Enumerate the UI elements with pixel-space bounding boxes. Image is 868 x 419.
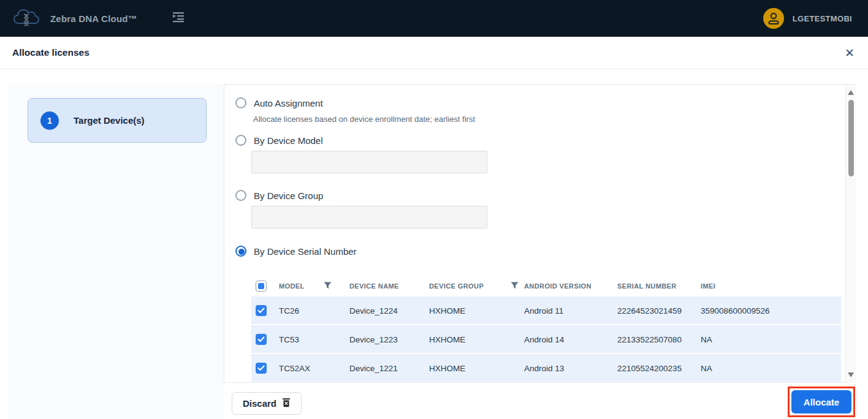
user-avatar[interactable]: [763, 8, 784, 29]
row-checkbox[interactable]: [256, 334, 267, 345]
dialog-title: Allocate licenses: [12, 47, 89, 58]
check-icon: [257, 365, 265, 371]
table-row[interactable]: TC53 Device_1223 HXHOME Android 14 22133…: [251, 325, 841, 353]
cell-device-name: Device_1224: [349, 306, 398, 315]
cell-model: TC53: [279, 334, 299, 344]
cell-device-name: Device_1221: [349, 363, 398, 372]
radio-auto-assignment[interactable]: [235, 97, 246, 108]
option-label-by-device-serial-number: By Device Serial Number: [254, 246, 357, 257]
device-group-input[interactable]: [251, 206, 487, 228]
scroll-up-arrow-icon[interactable]: [848, 90, 854, 95]
discard-button-label: Discard: [243, 398, 276, 409]
step-number-badge: 1: [40, 111, 59, 130]
cell-imei: NA: [701, 363, 712, 372]
close-icon[interactable]: ✕: [845, 47, 855, 59]
steps-panel: 1 Target Device(s): [8, 84, 224, 419]
step-target-devices[interactable]: 1 Target Device(s): [28, 98, 207, 143]
cell-serial-number: 22133522507080: [617, 334, 682, 344]
cell-device-name: Device_1223: [349, 334, 398, 344]
radio-by-device-serial-number[interactable]: [235, 246, 246, 257]
option-label-by-device-model: By Device Model: [254, 135, 323, 146]
discard-button[interactable]: Discard: [232, 392, 302, 415]
column-header-model[interactable]: MODEL: [279, 282, 305, 290]
row-checkbox[interactable]: [256, 305, 267, 316]
user-icon: [766, 10, 782, 26]
column-header-device-name[interactable]: DEVICE NAME: [349, 282, 399, 290]
device-model-input[interactable]: [251, 151, 487, 173]
scrollbar-thumb[interactable]: [848, 100, 854, 176]
cell-device-group: HXHOME: [429, 334, 465, 344]
cell-model: TC52AX: [279, 363, 310, 372]
allocate-highlight-outline: Allocate: [788, 387, 855, 417]
option-label-by-device-group: By Device Group: [254, 191, 323, 201]
filter-icon[interactable]: [324, 281, 332, 292]
filter-icon[interactable]: [511, 281, 519, 292]
column-header-serial-number[interactable]: SERIAL NUMBER: [617, 282, 677, 290]
column-header-android-version[interactable]: ANDROID VERSION: [524, 282, 592, 290]
dialog-header: Allocate licenses ✕: [0, 37, 868, 69]
allocate-button[interactable]: Allocate: [791, 390, 851, 413]
option-label-auto-assignment: Auto Assignment: [254, 98, 323, 108]
cell-device-group: HXHOME: [429, 363, 465, 372]
cell-android-version: Android 13: [524, 363, 564, 372]
cell-android-version: Android 11: [524, 306, 563, 315]
cloud-dna-logo-icon: [12, 6, 40, 31]
vertical-scrollbar[interactable]: [845, 85, 856, 383]
auto-assignment-description: Allocate licenses based on device enroll…: [253, 115, 475, 124]
app-header: Zebra DNA Cloud™ LGETESTMOBI: [0, 0, 868, 37]
radio-by-device-model[interactable]: [235, 135, 246, 146]
username-label: LGETESTMOBI: [793, 14, 852, 23]
table-row[interactable]: TC52AX Device_1221 HXHOME Android 13 221…: [251, 354, 841, 382]
select-all-checkbox[interactable]: [256, 281, 267, 292]
device-table: MODEL DEVICE NAME DEVICE GROUP ANDROID V…: [251, 276, 841, 383]
cell-imei: 359008600009526: [701, 306, 770, 315]
cell-imei: NA: [701, 334, 712, 344]
cell-device-group: HXHOME: [429, 306, 465, 315]
cell-serial-number: 22264523021459: [617, 306, 682, 315]
collapse-sidebar-icon[interactable]: [172, 12, 185, 25]
table-row[interactable]: TC26 Device_1224 HXHOME Android 11 22264…: [251, 296, 841, 324]
app-title: Zebra DNA Cloud™: [50, 13, 137, 24]
cell-serial-number: 22105524200235: [617, 363, 682, 372]
cell-model: TC26: [279, 306, 299, 315]
cell-android-version: Android 14: [524, 334, 564, 344]
column-header-imei[interactable]: IMEI: [701, 282, 715, 290]
table-header-row: MODEL DEVICE NAME DEVICE GROUP ANDROID V…: [251, 276, 841, 296]
row-checkbox[interactable]: [256, 363, 267, 374]
column-header-device-group[interactable]: DEVICE GROUP: [429, 282, 484, 290]
trash-icon: [282, 398, 291, 409]
radio-by-device-group[interactable]: [235, 190, 246, 201]
step-label: Target Device(s): [74, 115, 145, 126]
check-icon: [257, 308, 265, 314]
check-icon: [257, 336, 265, 342]
scroll-down-arrow-icon[interactable]: [848, 372, 854, 377]
